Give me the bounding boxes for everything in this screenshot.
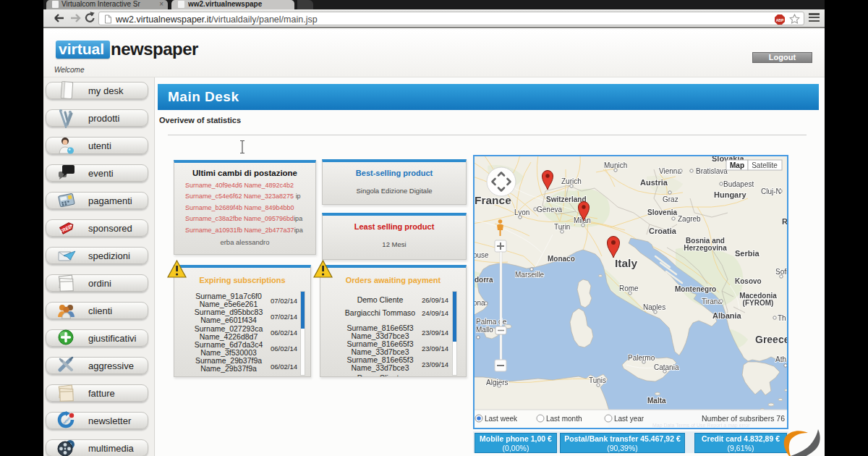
svg-text:Palma de: Palma de xyxy=(476,318,507,326)
svg-text:Sofi: Sofi xyxy=(775,268,788,276)
svg-text:Last month: Last month xyxy=(546,415,582,423)
svg-text:Palermo: Palermo xyxy=(628,354,655,362)
svg-text:(FYROM): (FYROM) xyxy=(743,299,774,307)
svg-text:Naples: Naples xyxy=(643,303,665,311)
svg-text:France: France xyxy=(475,194,511,206)
svg-text:ouse: ouse xyxy=(473,251,489,259)
svg-text:Serbia: Serbia xyxy=(735,249,760,258)
svg-text:R: R xyxy=(782,217,788,226)
svg-text:Tirana: Tirana xyxy=(702,297,722,305)
svg-text:Map: Map xyxy=(730,161,744,169)
svg-text:Vienna: Vienna xyxy=(659,167,681,175)
svg-text:ABP: ABP xyxy=(776,17,784,22)
svg-text:Last year: Last year xyxy=(614,415,644,423)
svg-text:Mallo: Mallo xyxy=(476,326,493,334)
svg-text:Montenegro: Montenegro xyxy=(675,285,716,293)
svg-text:Bratislava: Bratislava xyxy=(696,167,728,175)
svg-text:Zagreb: Zagreb xyxy=(678,215,701,223)
svg-text:Hungary: Hungary xyxy=(714,190,747,199)
svg-text:Last week: Last week xyxy=(485,415,518,423)
svg-text:ona: ona xyxy=(473,299,485,307)
svg-text:Austria: Austria xyxy=(640,178,668,187)
svg-text:Satellite: Satellite xyxy=(752,161,778,169)
svg-text:Lyon: Lyon xyxy=(514,208,529,216)
svg-text:Ath: Ath xyxy=(775,355,786,363)
svg-text:Marseille: Marseille xyxy=(515,271,544,279)
svg-text:Switzerland: Switzerland xyxy=(546,195,587,203)
svg-text:Italy: Italy xyxy=(615,257,637,269)
svg-text:Algiers: Algiers xyxy=(486,379,509,387)
svg-text:Number of subsribers 76: Number of subsribers 76 xyxy=(702,414,785,423)
svg-text:Map Data Terms of Use Re: Map Data Terms of Use Report a map error xyxy=(652,423,750,428)
svg-text:Albania: Albania xyxy=(712,311,742,320)
svg-text:Rome: Rome xyxy=(619,284,639,292)
svg-text:Greece: Greece xyxy=(755,334,788,345)
svg-text:Th: Th xyxy=(778,314,786,322)
svg-text:Kosovo: Kosovo xyxy=(735,277,762,285)
svg-text:Croatia: Croatia xyxy=(649,227,677,235)
svg-text:Tunis: Tunis xyxy=(589,376,606,384)
svg-text:Herzegovina: Herzegovina xyxy=(684,244,727,252)
svg-text:Catania: Catania xyxy=(654,363,679,371)
svg-text:Monaco: Monaco xyxy=(548,255,575,263)
svg-text:Cluj-N: Cluj-N xyxy=(761,187,781,195)
svg-text:Slovenia: Slovenia xyxy=(647,208,678,216)
svg-text:Budapest: Budapest xyxy=(723,180,754,188)
svg-text:Geneva: Geneva xyxy=(537,206,562,214)
svg-text:dorra: dorra xyxy=(475,276,493,284)
svg-text:Graz: Graz xyxy=(663,195,678,203)
svg-text:Malta: Malta xyxy=(647,397,666,405)
